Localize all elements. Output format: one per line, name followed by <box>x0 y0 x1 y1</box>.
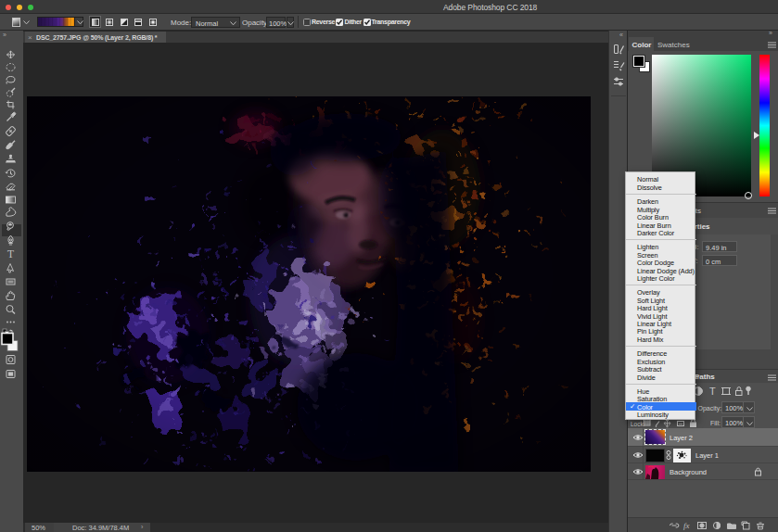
svg-text:T: T <box>7 248 14 260</box>
svg-text:T: T <box>709 386 716 397</box>
svg-text:fx: fx <box>683 521 690 530</box>
